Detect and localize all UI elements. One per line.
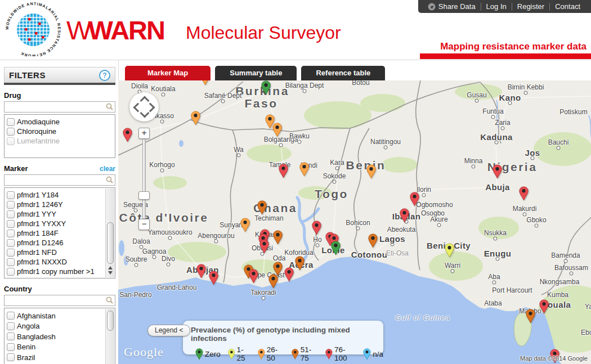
scrollbar-thumb[interactable] <box>107 222 114 264</box>
marker-option[interactable]: pfmdr1 NXXXD <box>6 257 105 267</box>
map-pin-51-75[interactable] <box>368 233 378 248</box>
checkbox[interactable] <box>7 220 15 228</box>
country-option[interactable]: Benin <box>6 342 105 353</box>
map-pin-zero[interactable] <box>331 241 341 255</box>
marker-option-label: pfmdr1 NFD <box>17 248 57 257</box>
city-dot <box>557 146 561 150</box>
marker-option[interactable]: pfmdr1 copy number >1 <box>6 267 105 276</box>
drug-search-input[interactable] <box>4 101 115 113</box>
marker-option[interactable]: pfmdr1 NFD <box>6 248 105 257</box>
marker-option[interactable]: pfmdr1 Y184 <box>6 190 105 200</box>
map-pin-76-100[interactable] <box>123 128 132 142</box>
checkbox[interactable] <box>7 353 15 361</box>
map-label: Daloa <box>132 237 150 245</box>
checkbox[interactable] <box>7 128 15 136</box>
map-pin-26-50[interactable] <box>240 218 250 232</box>
country-option[interactable]: Bangladesh <box>6 331 105 342</box>
marker-option[interactable]: pfmdr1 D1246 <box>6 238 105 248</box>
drug-option[interactable]: Amodiaquine <box>6 117 114 127</box>
zoom-in-button[interactable]: + <box>138 128 150 139</box>
legend-toggle-button[interactable]: Legend < <box>147 325 190 336</box>
pan-control[interactable] <box>129 92 159 122</box>
checkbox[interactable] <box>7 249 15 257</box>
checkbox[interactable] <box>7 239 15 247</box>
map-pin-76-100[interactable] <box>196 264 206 278</box>
marker-scrollbar[interactable] <box>105 188 114 277</box>
drug-option[interactable]: Lumefantrine <box>6 136 114 146</box>
checkbox[interactable] <box>7 268 15 276</box>
help-icon[interactable]: ? <box>99 70 110 81</box>
map-pin-76-100[interactable] <box>279 164 288 178</box>
marker-search-input[interactable] <box>4 174 115 186</box>
wwarn-wordmark[interactable]: WWARN <box>66 15 164 46</box>
wwarn-globe-logo[interactable]: WORLDWIDE ANTIMALARIAL RESISTANCE NETWOR… <box>3 2 63 59</box>
map-pin-26-50[interactable] <box>299 162 309 177</box>
marker-option[interactable]: pfmdr1 1246Y <box>6 200 105 209</box>
checkbox[interactable] <box>7 258 15 266</box>
country-search-input[interactable] <box>4 295 115 306</box>
scroll-down-icon[interactable] <box>108 271 113 275</box>
map-pin-76-100[interactable] <box>259 239 269 254</box>
map-pin-76-100[interactable] <box>492 164 502 179</box>
map-pin-76-100[interactable] <box>410 192 419 206</box>
checkbox[interactable] <box>7 343 15 351</box>
clear-link[interactable]: clear <box>100 165 115 173</box>
country-option[interactable]: Brazil <box>6 352 105 363</box>
checkbox[interactable] <box>7 210 15 218</box>
checkbox[interactable] <box>7 312 15 320</box>
country-option[interactable]: Afghanistan <box>6 311 105 321</box>
scrollbar-thumb[interactable] <box>107 311 114 331</box>
checkbox[interactable] <box>7 201 15 209</box>
map-canvas[interactable]: BurkinaFasoCôte d'IvoireGhanaTogoBeninNi… <box>118 80 591 364</box>
map-pin-51-75[interactable] <box>526 309 535 323</box>
map-pin-26-50[interactable] <box>191 111 200 125</box>
country-option[interactable]: Angola <box>6 321 105 332</box>
tab-summary-table[interactable]: Summary table <box>215 66 297 80</box>
map-pin-76-100[interactable] <box>312 221 321 235</box>
checkbox[interactable] <box>7 322 15 330</box>
google-logo[interactable]: Google <box>124 345 164 359</box>
map-pin-51-75[interactable] <box>295 256 305 271</box>
tab-marker-map[interactable]: Marker Map <box>125 66 211 80</box>
checkbox[interactable] <box>7 332 15 340</box>
map-pin-1-25[interactable] <box>445 243 454 258</box>
map-label: Oda <box>273 254 286 262</box>
marker-option[interactable]: pfmdr1 YYY <box>6 209 105 219</box>
marker-option[interactable]: pfmdr1 YYXXY <box>6 219 105 228</box>
checkbox[interactable] <box>7 191 15 199</box>
register-button[interactable]: Register <box>512 2 549 11</box>
marker-option[interactable]: pfmdr1 184F <box>6 228 105 238</box>
country-scrollbar[interactable] <box>105 309 114 364</box>
tab-reference-table[interactable]: Reference table <box>301 66 385 80</box>
log-in-button[interactable]: Log In <box>481 2 512 11</box>
map-pin-76-100[interactable] <box>519 186 529 201</box>
map-pin-76-100[interactable] <box>284 267 294 282</box>
zoom-slider[interactable] <box>142 139 146 219</box>
city-dot <box>335 167 339 170</box>
map-pin-26-50[interactable] <box>272 123 282 137</box>
checkbox[interactable] <box>7 230 15 237</box>
map-pin-51-75[interactable] <box>273 230 283 245</box>
map-label: Faso <box>244 97 277 110</box>
map-label: Abengourou <box>198 232 234 240</box>
checkbox[interactable] <box>7 137 15 145</box>
map-pin-51-75[interactable] <box>268 274 278 289</box>
legend-item: Zero <box>195 348 221 360</box>
map-pin-26-50[interactable] <box>366 164 376 179</box>
checkbox[interactable] <box>7 118 15 126</box>
map-pin-76-100[interactable] <box>209 271 218 285</box>
map-pin-76-100[interactable] <box>539 299 549 314</box>
contact-button[interactable]: Contact <box>550 2 585 11</box>
map-pin-zero[interactable] <box>261 80 271 95</box>
drug-option[interactable]: Chloroquine <box>6 127 114 136</box>
map-pin-51-75[interactable] <box>257 200 267 215</box>
drug-option-label: Lumefantrine <box>17 137 60 145</box>
zoom-out-button[interactable]: − <box>138 219 150 230</box>
scroll-up-icon[interactable] <box>108 266 113 269</box>
map-label: Kaduna <box>480 132 512 142</box>
map-pin-26-50[interactable] <box>200 80 210 86</box>
map-pin-76-100[interactable] <box>249 269 258 284</box>
zoom-slider-handle[interactable] <box>138 191 150 200</box>
share-data-button[interactable]: Share Data <box>423 2 481 11</box>
map-pin-76-100[interactable] <box>400 208 409 223</box>
